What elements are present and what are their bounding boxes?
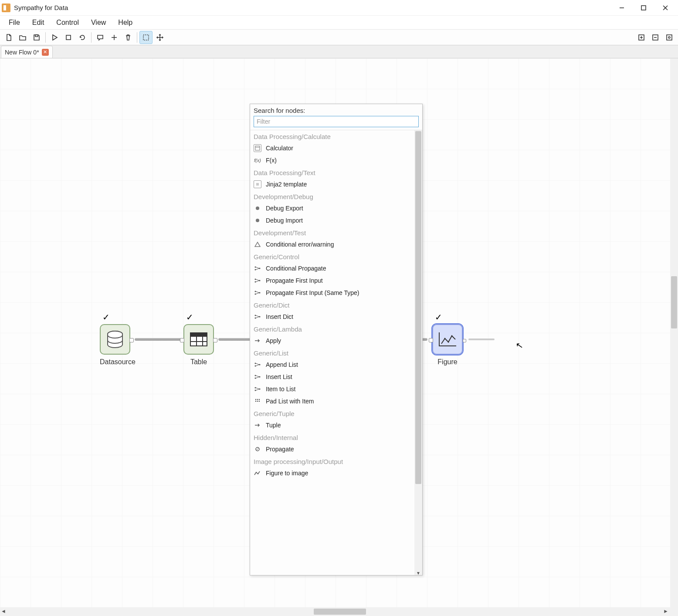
- node-item-label: Propagate First Input (Same Type): [266, 289, 359, 296]
- menu-help[interactable]: Help: [112, 17, 139, 28]
- circle-icon: [254, 445, 261, 453]
- svg-line-60: [256, 388, 259, 389]
- node-list-item[interactable]: Pad List with Item: [250, 395, 422, 407]
- zoom-out-button[interactable]: [649, 31, 662, 44]
- node-list-item[interactable]: Conditional error/warning: [250, 238, 422, 250]
- node-list-item[interactable]: Debug Import: [250, 214, 422, 227]
- menu-edit[interactable]: Edit: [26, 17, 51, 28]
- scrollbar-thumb[interactable]: [314, 609, 366, 615]
- node-list-item[interactable]: Insert List: [250, 371, 422, 383]
- new-file-button[interactable]: [2, 31, 15, 44]
- node-list-item[interactable]: Propagate: [250, 443, 422, 455]
- node-icon: [100, 324, 130, 355]
- stop-button[interactable]: [62, 31, 75, 44]
- node-list-item[interactable]: Apply: [250, 335, 422, 347]
- node-table[interactable]: ✓ Table: [183, 324, 214, 366]
- zoom-in-button[interactable]: [635, 31, 648, 44]
- svg-point-19: [448, 342, 449, 343]
- category-header: Generic/Dict: [250, 299, 422, 311]
- node-item-label: Item to List: [266, 386, 295, 393]
- output-port[interactable]: [213, 338, 217, 342]
- svg-line-44: [256, 315, 259, 317]
- close-button[interactable]: [654, 0, 676, 16]
- node-list-item[interactable]: Append List: [250, 359, 422, 371]
- select-tool-button[interactable]: [139, 31, 153, 44]
- figure-icon: [439, 332, 456, 346]
- node-item-label: Jinja2 template: [266, 181, 307, 188]
- connection-wire[interactable]: [135, 338, 183, 341]
- warning-icon: [254, 240, 261, 248]
- input-port[interactable]: [429, 338, 433, 342]
- node-list-item[interactable]: f(x)F(x): [250, 154, 422, 166]
- node-list[interactable]: Data Processing/CalculateCalculatorf(x)F…: [250, 130, 422, 575]
- flow-icon: [254, 385, 261, 393]
- svg-line-40: [256, 293, 259, 294]
- node-icon: [183, 324, 214, 355]
- node-list-item[interactable]: Tuple: [250, 419, 422, 431]
- toolbar: [0, 30, 678, 45]
- node-figure[interactable]: ✓ Figure: [432, 324, 463, 366]
- check-icon: ✓: [102, 312, 110, 322]
- minimize-button[interactable]: [611, 0, 633, 16]
- menu-view[interactable]: View: [85, 17, 112, 28]
- menu-control[interactable]: Control: [50, 17, 85, 28]
- node-list-item[interactable]: Figure to image: [250, 467, 422, 479]
- tab-flow[interactable]: New Flow 0* ✕: [1, 46, 53, 58]
- scrollbar-thumb[interactable]: [671, 276, 677, 328]
- popup-scrollbar-thumb[interactable]: [415, 131, 421, 484]
- popup-scrollbar[interactable]: ▲ ▼: [414, 130, 422, 575]
- svg-rect-4: [35, 35, 38, 37]
- table-icon: [190, 332, 207, 346]
- scroll-left-icon[interactable]: ◄: [1, 608, 6, 614]
- node-label: Figure: [432, 358, 463, 366]
- node-list-item[interactable]: Item to List: [250, 383, 422, 395]
- connection-stub[interactable]: [468, 338, 495, 340]
- node-item-label: Calculator: [266, 145, 293, 152]
- canvas-vertical-scrollbar[interactable]: [670, 58, 678, 607]
- node-item-label: Insert Dict: [266, 313, 293, 320]
- node-item-label: Propagate First Input: [266, 277, 323, 284]
- pan-tool-button[interactable]: [153, 31, 166, 44]
- reload-button[interactable]: [76, 31, 89, 44]
- scroll-down-icon[interactable]: ▼: [416, 571, 420, 575]
- svg-line-29: [256, 267, 259, 268]
- category-header: Generic/Lambda: [250, 323, 422, 335]
- add-button[interactable]: [108, 31, 121, 44]
- save-button[interactable]: [30, 31, 43, 44]
- node-item-label: Apply: [266, 337, 281, 344]
- app-icon: [2, 3, 10, 12]
- comment-button[interactable]: [94, 31, 107, 44]
- arrow-icon: [254, 421, 261, 429]
- node-icon: [432, 324, 463, 355]
- node-list-item[interactable]: Jinja2 template: [250, 178, 422, 190]
- arrow-icon: [254, 337, 261, 345]
- tab-label: New Flow 0*: [5, 49, 39, 56]
- datasource-icon: [107, 331, 123, 348]
- grid-icon: [254, 397, 261, 405]
- node-list-item[interactable]: Debug Export: [250, 202, 422, 214]
- canvas-horizontal-scrollbar[interactable]: ◄ ►: [0, 607, 678, 616]
- output-port[interactable]: [463, 339, 466, 342]
- node-datasource[interactable]: ✓ Datasource: [100, 324, 136, 366]
- node-list-item[interactable]: Propagate First Input (Same Type): [250, 287, 422, 299]
- node-list-item[interactable]: Conditional Propagate: [250, 262, 422, 274]
- zoom-fit-button[interactable]: [663, 31, 676, 44]
- run-button[interactable]: [48, 31, 61, 44]
- scroll-right-icon[interactable]: ►: [663, 608, 668, 614]
- node-list-item[interactable]: Calculator: [250, 142, 422, 154]
- search-label: Search for nodes:: [250, 104, 422, 116]
- maximize-button[interactable]: [633, 0, 654, 16]
- open-file-button[interactable]: [16, 31, 29, 44]
- menu-file[interactable]: File: [3, 17, 26, 28]
- delete-button[interactable]: [122, 31, 135, 44]
- check-icon: ✓: [435, 312, 442, 322]
- calculator-icon: [254, 144, 261, 152]
- category-header: Data Processing/Text: [250, 166, 422, 178]
- node-list-item[interactable]: Insert Dict: [250, 311, 422, 323]
- output-port[interactable]: [129, 338, 134, 342]
- flow-canvas[interactable]: ✓ Datasource ✓ Table ✓ Figur: [0, 58, 678, 607]
- tab-close-icon[interactable]: ✕: [42, 49, 49, 56]
- node-list-item[interactable]: Propagate First Input: [250, 274, 422, 287]
- input-port[interactable]: [180, 338, 184, 342]
- search-input[interactable]: [254, 116, 419, 127]
